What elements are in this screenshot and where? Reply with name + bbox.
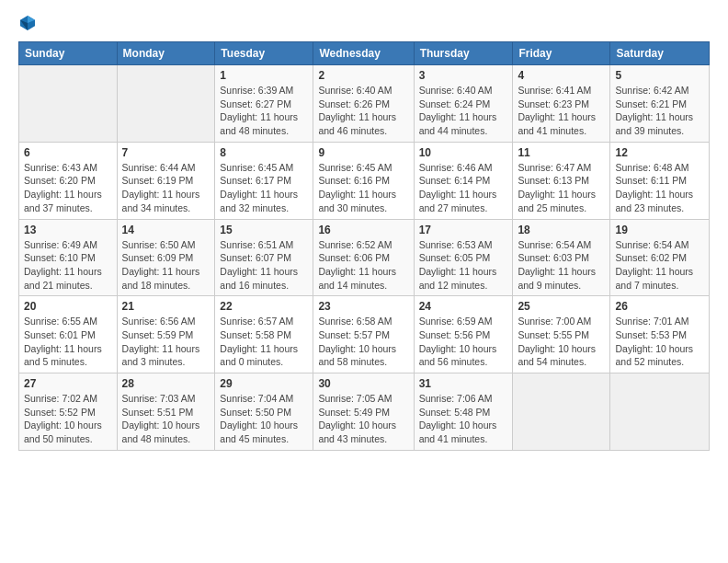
calendar-cell: 28Sunrise: 7:03 AMSunset: 5:51 PMDayligh… (117, 373, 215, 451)
day-info: Sunrise: 6:56 AMSunset: 5:59 PMDaylight:… (122, 315, 210, 369)
day-number: 24 (419, 300, 508, 313)
calendar-cell: 5Sunrise: 6:42 AMSunset: 6:21 PMDaylight… (610, 65, 710, 143)
calendar-cell: 11Sunrise: 6:47 AMSunset: 6:13 PMDayligh… (513, 142, 610, 219)
day-number: 6 (24, 146, 112, 159)
calendar-cell: 27Sunrise: 7:02 AMSunset: 5:52 PMDayligh… (19, 373, 118, 451)
day-number: 31 (419, 377, 508, 390)
weekday-header-saturday: Saturday (610, 42, 710, 65)
calendar-table: SundayMondayTuesdayWednesdayThursdayFrid… (18, 41, 710, 451)
day-number: 16 (318, 224, 408, 236)
calendar-cell: 20Sunrise: 6:55 AMSunset: 6:01 PMDayligh… (19, 296, 118, 373)
day-info: Sunrise: 6:47 AMSunset: 6:13 PMDaylight:… (518, 161, 605, 215)
day-number: 23 (318, 300, 408, 313)
calendar-cell: 21Sunrise: 6:56 AMSunset: 5:59 PMDayligh… (117, 296, 215, 373)
logo-icon (18, 14, 37, 32)
day-number: 27 (24, 377, 112, 390)
day-info: Sunrise: 6:39 AMSunset: 6:27 PMDaylight:… (220, 84, 308, 138)
day-info: Sunrise: 6:55 AMSunset: 6:01 PMDaylight:… (24, 315, 112, 369)
day-number: 2 (318, 69, 408, 82)
calendar-cell (19, 65, 118, 143)
calendar-cell: 29Sunrise: 7:04 AMSunset: 5:50 PMDayligh… (215, 373, 313, 451)
day-info: Sunrise: 6:53 AMSunset: 6:05 PMDaylight:… (419, 238, 508, 293)
header (18, 14, 710, 32)
day-info: Sunrise: 6:57 AMSunset: 5:58 PMDaylight:… (220, 315, 308, 369)
page: SundayMondayTuesdayWednesdayThursdayFrid… (0, 0, 728, 563)
day-info: Sunrise: 7:05 AMSunset: 5:49 PMDaylight:… (318, 392, 408, 446)
weekday-header-row: SundayMondayTuesdayWednesdayThursdayFrid… (19, 42, 710, 65)
day-number: 19 (615, 224, 704, 236)
weekday-header-friday: Friday (513, 42, 610, 65)
day-info: Sunrise: 7:02 AMSunset: 5:52 PMDaylight:… (24, 392, 112, 446)
calendar-cell: 13Sunrise: 6:49 AMSunset: 6:10 PMDayligh… (19, 219, 118, 296)
day-number: 21 (122, 300, 210, 313)
calendar-week-4: 20Sunrise: 6:55 AMSunset: 6:01 PMDayligh… (19, 296, 710, 373)
day-number: 10 (419, 146, 508, 159)
day-number: 20 (24, 300, 112, 313)
weekday-header-monday: Monday (117, 42, 215, 65)
day-info: Sunrise: 6:49 AMSunset: 6:10 PMDaylight:… (24, 238, 112, 293)
calendar-cell (513, 373, 610, 451)
day-number: 17 (419, 224, 508, 236)
day-number: 12 (615, 146, 704, 159)
day-number: 4 (518, 69, 605, 82)
calendar-cell: 18Sunrise: 6:54 AMSunset: 6:03 PMDayligh… (513, 219, 610, 296)
calendar-cell: 8Sunrise: 6:45 AMSunset: 6:17 PMDaylight… (215, 142, 313, 219)
day-info: Sunrise: 6:42 AMSunset: 6:21 PMDaylight:… (615, 84, 704, 138)
day-number: 13 (24, 224, 112, 236)
weekday-header-sunday: Sunday (19, 42, 118, 65)
day-number: 5 (615, 69, 704, 82)
day-number: 15 (220, 224, 308, 236)
day-number: 26 (615, 300, 704, 313)
logo (18, 14, 40, 32)
calendar-week-2: 6Sunrise: 6:43 AMSunset: 6:20 PMDaylight… (19, 142, 710, 219)
calendar-cell: 15Sunrise: 6:51 AMSunset: 6:07 PMDayligh… (215, 219, 313, 296)
calendar-cell: 9Sunrise: 6:45 AMSunset: 6:16 PMDaylight… (313, 142, 414, 219)
day-number: 1 (220, 69, 308, 82)
calendar-cell: 14Sunrise: 6:50 AMSunset: 6:09 PMDayligh… (117, 219, 215, 296)
day-number: 30 (318, 377, 408, 390)
day-number: 14 (122, 224, 210, 236)
day-info: Sunrise: 7:03 AMSunset: 5:51 PMDaylight:… (122, 392, 210, 446)
calendar-cell: 17Sunrise: 6:53 AMSunset: 6:05 PMDayligh… (414, 219, 513, 296)
day-info: Sunrise: 6:46 AMSunset: 6:14 PMDaylight:… (419, 161, 508, 215)
day-info: Sunrise: 7:06 AMSunset: 5:48 PMDaylight:… (419, 392, 508, 446)
day-number: 29 (220, 377, 308, 390)
day-number: 25 (518, 300, 605, 313)
day-number: 22 (220, 300, 308, 313)
calendar-cell: 30Sunrise: 7:05 AMSunset: 5:49 PMDayligh… (313, 373, 414, 451)
day-info: Sunrise: 6:50 AMSunset: 6:09 PMDaylight:… (122, 238, 210, 293)
calendar-cell: 3Sunrise: 6:40 AMSunset: 6:24 PMDaylight… (414, 65, 513, 143)
day-info: Sunrise: 7:04 AMSunset: 5:50 PMDaylight:… (220, 392, 308, 446)
day-number: 11 (518, 146, 605, 159)
calendar-cell: 1Sunrise: 6:39 AMSunset: 6:27 PMDaylight… (215, 65, 313, 143)
day-info: Sunrise: 6:45 AMSunset: 6:17 PMDaylight:… (220, 161, 308, 215)
calendar-cell (117, 65, 215, 143)
day-info: Sunrise: 6:48 AMSunset: 6:11 PMDaylight:… (615, 161, 704, 215)
calendar-cell: 23Sunrise: 6:58 AMSunset: 5:57 PMDayligh… (313, 296, 414, 373)
calendar-cell: 25Sunrise: 7:00 AMSunset: 5:55 PMDayligh… (513, 296, 610, 373)
day-number: 9 (318, 146, 408, 159)
day-info: Sunrise: 6:40 AMSunset: 6:24 PMDaylight:… (419, 84, 508, 138)
calendar-cell: 19Sunrise: 6:54 AMSunset: 6:02 PMDayligh… (610, 219, 710, 296)
calendar-cell: 2Sunrise: 6:40 AMSunset: 6:26 PMDaylight… (313, 65, 414, 143)
day-info: Sunrise: 6:52 AMSunset: 6:06 PMDaylight:… (318, 238, 408, 293)
day-info: Sunrise: 6:59 AMSunset: 5:56 PMDaylight:… (419, 315, 508, 369)
calendar-cell: 24Sunrise: 6:59 AMSunset: 5:56 PMDayligh… (414, 296, 513, 373)
weekday-header-tuesday: Tuesday (215, 42, 313, 65)
calendar-week-5: 27Sunrise: 7:02 AMSunset: 5:52 PMDayligh… (19, 373, 710, 451)
day-info: Sunrise: 6:51 AMSunset: 6:07 PMDaylight:… (220, 238, 308, 293)
day-number: 3 (419, 69, 508, 82)
calendar-cell: 31Sunrise: 7:06 AMSunset: 5:48 PMDayligh… (414, 373, 513, 451)
weekday-header-thursday: Thursday (414, 42, 513, 65)
day-info: Sunrise: 7:00 AMSunset: 5:55 PMDaylight:… (518, 315, 605, 369)
calendar-cell (610, 373, 710, 451)
calendar-cell: 26Sunrise: 7:01 AMSunset: 5:53 PMDayligh… (610, 296, 710, 373)
weekday-header-wednesday: Wednesday (313, 42, 414, 65)
calendar-cell: 6Sunrise: 6:43 AMSunset: 6:20 PMDaylight… (19, 142, 118, 219)
calendar-cell: 16Sunrise: 6:52 AMSunset: 6:06 PMDayligh… (313, 219, 414, 296)
day-info: Sunrise: 6:40 AMSunset: 6:26 PMDaylight:… (318, 84, 408, 138)
day-info: Sunrise: 6:45 AMSunset: 6:16 PMDaylight:… (318, 161, 408, 215)
day-number: 8 (220, 146, 308, 159)
day-info: Sunrise: 6:43 AMSunset: 6:20 PMDaylight:… (24, 161, 112, 215)
day-info: Sunrise: 7:01 AMSunset: 5:53 PMDaylight:… (615, 315, 704, 369)
